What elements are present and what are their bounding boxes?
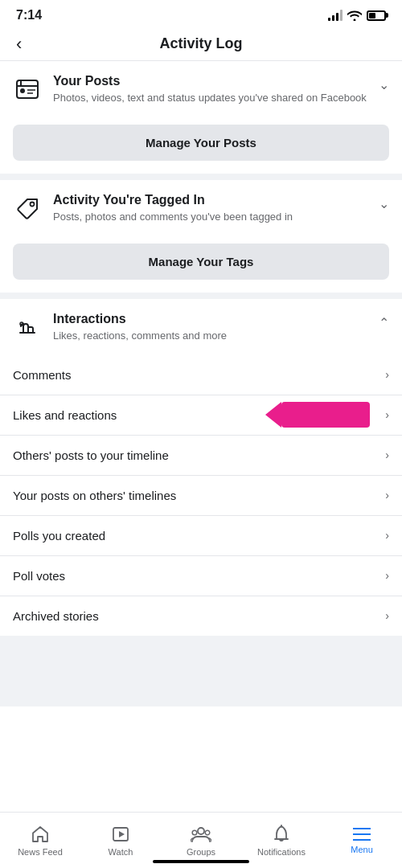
nav-groups-label: Groups [187,847,215,857]
manage-posts-button[interactable]: Manage Your Posts [13,125,389,161]
nav-home-label: News Feed [18,847,63,857]
poll-votes-chevron-icon: › [385,569,389,582]
archived-stories-item[interactable]: Archived stories › [0,596,402,636]
home-indicator [153,860,249,863]
posts-section-text: Your Posts Photos, videos, text and stat… [53,74,367,105]
page-title: Activity Log [159,35,242,52]
others-posts-to-timeline-item[interactable]: Others' posts to your timeline › [0,436,402,476]
likes-reactions-label: Likes and reactions [13,408,117,422]
tags-chevron-icon: ⌄ [379,196,389,211]
svg-point-11 [192,830,197,835]
nav-item-home[interactable]: News Feed [0,813,80,868]
groups-icon [191,825,211,844]
nav-watch-label: Watch [109,847,133,857]
your-posts-others-chevron-icon: › [385,489,389,502]
interaction-list: Comments › Likes and reactions › Others'… [0,355,402,636]
nav-item-menu[interactable]: Menu [322,813,402,868]
archived-stories-chevron-icon: › [385,609,389,622]
posts-title: Your Posts [53,74,367,88]
svg-rect-0 [17,80,38,98]
interactions-section-text: Interactions Likes, reactions, comments … [53,312,367,343]
status-icons [328,10,386,21]
nav-menu-label: Menu [351,845,373,854]
wifi-icon [347,10,362,21]
interactions-title: Interactions [53,312,367,326]
home-icon [31,825,50,844]
posts-icon [13,76,42,104]
polls-created-chevron-icon: › [385,529,389,542]
likes-reactions-chevron-icon: › [385,408,389,421]
svg-point-3 [20,88,25,93]
status-bar: 7:14 [0,0,402,27]
manage-tags-container: Manage Your Tags [0,235,402,293]
posts-section-header[interactable]: Your Posts Photos, videos, text and stat… [0,61,402,117]
menu-icon [353,827,371,841]
tags-icon [13,194,42,223]
tags-section-header[interactable]: Activity You're Tagged In Posts, photos … [0,180,402,235]
poll-votes-label: Poll votes [13,569,65,583]
your-posts-others-timelines-item[interactable]: Your posts on others' timelines › [0,476,402,516]
manage-tags-button[interactable]: Manage Your Tags [13,244,389,280]
poll-votes-item[interactable]: Poll votes › [0,556,402,596]
svg-point-10 [198,828,204,834]
content-area: Your Posts Photos, videos, text and stat… [0,61,402,706]
interactions-chevron-icon: ⌃ [379,315,389,330]
battery-icon [367,10,386,21]
status-time: 7:14 [16,8,42,23]
nav-item-notifications[interactable]: Notifications [241,813,322,868]
polls-created-label: Polls you created [13,529,105,542]
watch-icon [111,825,130,844]
svg-marker-9 [119,831,125,837]
comments-label: Comments [13,368,72,382]
signal-bars-icon [328,10,343,21]
interactions-icon [13,313,42,342]
your-posts-others-timelines-label: Your posts on others' timelines [13,489,176,502]
likes-reactions-item[interactable]: Likes and reactions › [0,395,402,436]
posts-chevron-icon: ⌄ [379,77,389,92]
back-button[interactable]: ‹ [16,34,22,55]
page-header: ‹ Activity Log [0,27,402,61]
interactions-section: Interactions Likes, reactions, comments … [0,299,402,635]
others-posts-chevron-icon: › [385,448,389,461]
tags-subtitle: Posts, photos and comments you've been t… [53,210,367,224]
comments-item[interactable]: Comments › [0,355,402,395]
tags-title: Activity You're Tagged In [53,193,367,207]
nav-notifications-label: Notifications [257,847,306,857]
manage-posts-container: Manage Your Posts [0,117,402,174]
archived-stories-label: Archived stories [13,609,99,623]
interactions-section-header[interactable]: Interactions Likes, reactions, comments … [0,299,402,354]
interactions-subtitle: Likes, reactions, comments and more [53,329,367,343]
highlight-arrow [281,402,370,428]
nav-item-watch[interactable]: Watch [80,813,161,868]
others-posts-to-timeline-label: Others' posts to your timeline [13,448,169,462]
tags-section-text: Activity You're Tagged In Posts, photos … [53,193,367,224]
posts-section: Your Posts Photos, videos, text and stat… [0,61,402,174]
tags-section: Activity You're Tagged In Posts, photos … [0,180,402,293]
posts-subtitle: Photos, videos, text and status updates … [53,91,367,105]
svg-point-12 [205,830,210,835]
comments-chevron-icon: › [385,368,389,381]
notifications-icon [273,825,290,844]
polls-created-item[interactable]: Polls you created › [0,516,402,556]
svg-point-6 [31,203,35,207]
